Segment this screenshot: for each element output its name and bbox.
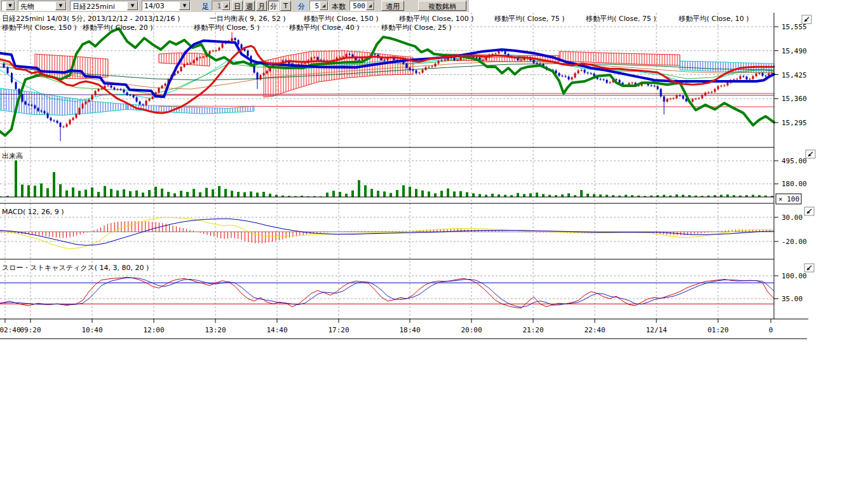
chevron-down-icon[interactable]: ▼ <box>55 1 66 10</box>
svg-text:日経225mini 14/03( 5分, 2013/12/1: 日経225mini 14/03( 5分, 2013/12/12 - 2013/1… <box>2 15 180 23</box>
chevron-down-icon[interactable]: ▼ <box>127 1 138 10</box>
minutes-stepper[interactable]: 5 ◢ <box>309 1 329 11</box>
axis-scale-button[interactable] <box>802 15 811 24</box>
svg-text:02:40: 02:40 <box>0 326 21 334</box>
svg-text:移動平均( Close, 100 ): 移動平均( Close, 100 ) <box>399 15 474 23</box>
spinner-icon[interactable]: ◢ <box>320 1 328 10</box>
svg-text:35.00: 35.00 <box>782 295 803 303</box>
svg-text:495.00: 495.00 <box>782 157 807 165</box>
svg-text:一目均衡表( 9, 26, 52 ): 一目均衡表( 9, 26, 52 ) <box>210 15 286 23</box>
bar-type-label: 足 <box>201 1 210 10</box>
svg-text:スロー・ストキャスティクス( 14, 3, 80, 20 ): スロー・ストキャスティクス( 14, 3, 80, 20 ) <box>2 264 149 272</box>
macd-layer <box>0 217 774 248</box>
panel-labels: 出来高MACD( 12, 26, 9 )スロー・ストキャスティクス( 14, 3… <box>2 152 149 272</box>
svg-text:09:20: 09:20 <box>20 326 41 334</box>
volume-multiplier-badge: × 100 <box>776 194 801 204</box>
spinner-icon[interactable]: ◢ <box>366 1 374 10</box>
contract-month-combo[interactable]: 14/03 ▼ <box>142 1 191 11</box>
candles-layer <box>3 32 773 141</box>
period-button-T[interactable]: T <box>280 1 291 11</box>
svg-text:01:20: 01:20 <box>707 326 728 334</box>
svg-text:30.00: 30.00 <box>782 214 803 222</box>
period-button-日[interactable]: 日 <box>232 1 243 11</box>
minutes-value: 5 <box>310 1 320 10</box>
svg-text:15,555: 15,555 <box>782 23 807 31</box>
svg-text:17:20: 17:20 <box>328 326 349 334</box>
svg-text:15,295: 15,295 <box>782 119 807 127</box>
chart-header: 日経225mini 14/03( 5分, 2013/12/12 - 2013/1… <box>2 15 749 32</box>
axis-scale-button[interactable] <box>804 264 814 272</box>
contract-month-value: 14/03 <box>142 1 179 10</box>
axis-scale-button[interactable] <box>806 150 815 158</box>
svg-text:180.00: 180.00 <box>782 180 807 188</box>
count-label: 本数 <box>332 2 346 11</box>
svg-text:移動平均( Close, 150 ): 移動平均( Close, 150 ) <box>304 15 379 23</box>
spinner-icon[interactable]: ◢ <box>222 1 230 10</box>
svg-text:移動平均( Close, 75 ): 移動平均( Close, 75 ) <box>494 15 565 23</box>
svg-text:MACD( 12, 26, 9 ): MACD( 12, 26, 9 ) <box>2 208 64 216</box>
svg-text:10:40: 10:40 <box>81 326 102 334</box>
svg-text:移動平均( Close, 150 ): 移動平均( Close, 150 ) <box>2 24 77 32</box>
svg-text:× 100: × 100 <box>778 195 799 203</box>
svg-text:移動平均( Close, 10 ): 移動平均( Close, 10 ) <box>679 15 749 23</box>
svg-text:-20.00: -20.00 <box>782 238 807 246</box>
symbol-combo[interactable]: 日経225mini ▼ <box>70 1 139 11</box>
axis-scale-button[interactable] <box>804 207 814 215</box>
count-stepper[interactable]: 500 ◢ <box>349 1 375 11</box>
svg-text:移動平均( Close, 40 ): 移動平均( Close, 40 ) <box>289 24 360 32</box>
bar-multiple-value: 1 <box>212 1 222 10</box>
chart-area[interactable]: 15,55515,49015,42515,36015,295495.00180.… <box>0 12 868 358</box>
svg-text:21:20: 21:20 <box>522 326 543 334</box>
svg-text:14:40: 14:40 <box>266 326 287 334</box>
period-button-週[interactable]: 週 <box>244 1 255 11</box>
svg-text:0: 0 <box>769 326 773 334</box>
svg-text:出来高: 出来高 <box>2 152 23 160</box>
svg-text:移動平均( Close, 25 ): 移動平均( Close, 25 ) <box>381 24 452 32</box>
minutes-label: 分 <box>297 1 306 10</box>
svg-text:18:40: 18:40 <box>399 326 420 334</box>
chevron-down-icon[interactable]: ▼ <box>6 1 15 10</box>
app-window: ▼ 先物 ▼ 日経225mini ▼ 14/03 ▼ 足 1 ◢ 日週月分T 分… <box>0 0 868 488</box>
toolbar: ▼ 先物 ▼ 日経225mini ▼ 14/03 ▼ 足 1 ◢ 日週月分T 分… <box>0 0 469 12</box>
period-button-月[interactable]: 月 <box>256 1 267 11</box>
svg-text:12/14: 12/14 <box>646 326 667 334</box>
svg-text:12:00: 12:00 <box>143 326 164 334</box>
svg-text:移動平均( Close, 20 ): 移動平均( Close, 20 ) <box>83 24 153 32</box>
symbol-category-combo[interactable]: 先物 ▼ <box>18 1 67 11</box>
svg-text:移動平均( Close, 5 ): 移動平均( Close, 5 ) <box>194 24 260 32</box>
svg-text:15,425: 15,425 <box>782 71 807 79</box>
chevron-down-icon[interactable]: ▼ <box>179 1 190 10</box>
period-button-分[interactable]: 分 <box>268 1 279 11</box>
svg-text:15,360: 15,360 <box>782 95 807 103</box>
bar-multiple-stepper[interactable]: 1 ◢ <box>212 1 231 11</box>
time-axis: 02:4009:2010:4012:0013:2014:4017:2018:40… <box>0 319 773 334</box>
symbol-category-value: 先物 <box>18 1 55 10</box>
svg-text:22:40: 22:40 <box>584 326 605 334</box>
multi-symbol-button[interactable]: 複数銘柄 <box>418 1 466 11</box>
svg-text:100.00: 100.00 <box>782 272 807 280</box>
svg-text:移動平均( Close, 75 ): 移動平均( Close, 75 ) <box>586 15 656 23</box>
svg-text:20:00: 20:00 <box>461 326 482 334</box>
preset-combo[interactable]: ▼ <box>1 1 15 11</box>
svg-text:15,490: 15,490 <box>782 47 807 55</box>
apply-button[interactable]: 適用 <box>381 1 404 11</box>
stochastics-layer <box>0 277 774 308</box>
symbol-value: 日経225mini <box>71 1 127 10</box>
volume-layer <box>0 160 774 197</box>
period-buttons: 日週月分T <box>232 1 291 11</box>
count-value: 500 <box>350 1 366 10</box>
thick-ma-layer <box>0 29 774 135</box>
svg-text:13:20: 13:20 <box>205 326 226 334</box>
